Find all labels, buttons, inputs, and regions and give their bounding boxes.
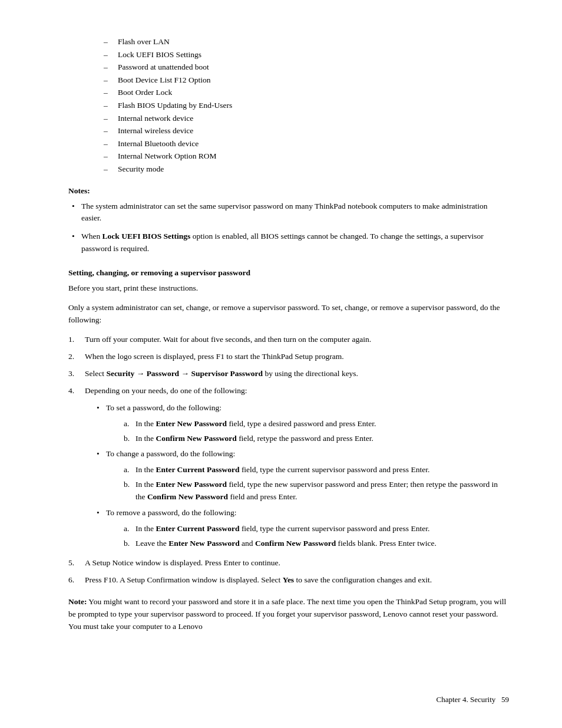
set-a-text: In the Enter New Password field, type a … — [135, 419, 376, 428]
set-password-text: To set a password, do the following: — [106, 403, 222, 412]
intro-para: Only a system administrator can set, cha… — [68, 302, 509, 327]
section-heading: Setting, changing, or removing a supervi… — [68, 268, 509, 278]
step-3: 3. Select Security → Password → Supervis… — [68, 368, 509, 380]
remove-a-item: a. In the Enter Current Password field, … — [124, 523, 509, 535]
step-4-sub-bullets: To set a password, do the following: a. … — [94, 402, 509, 550]
step-2: 2. When the logo screen is displayed, pr… — [68, 351, 509, 363]
bold-security: Security — [106, 369, 134, 378]
remove-b-alpha: b. — [124, 538, 130, 550]
step-6-num: 6. — [68, 574, 74, 587]
remove-password-item: To remove a password, do the following: … — [94, 507, 509, 550]
list-item: Boot Order Lock — [104, 86, 509, 99]
steps-5-6-list: 5. A Setup Notice window is displayed. P… — [68, 557, 509, 587]
bold-yes: Yes — [283, 575, 295, 584]
step-5-num: 5. — [68, 557, 74, 569]
list-item: Boot Device List F12 Option — [104, 74, 509, 87]
step-6: 6. Press F10. A Setup Confirmation windo… — [68, 574, 509, 587]
step-6-text: Press F10. A Setup Confirmation window i… — [85, 575, 432, 584]
set-b-item: b. In the Confirm New Password field, re… — [124, 433, 509, 445]
remove-a-text: In the Enter Current Password field, typ… — [135, 524, 429, 533]
bold-enter-new-pwd-3: Enter New Password — [168, 539, 240, 548]
change-a-alpha: a. — [124, 464, 129, 476]
list-item: Lock UEFI BIOS Settings — [104, 48, 509, 61]
step-1-text: Turn off your computer. Wait for about f… — [85, 335, 371, 344]
bold-confirm-new-pwd-2: Confirm New Password — [147, 492, 228, 501]
note-text: You might want to record your password a… — [68, 597, 506, 631]
notes-heading: Notes: — [68, 186, 509, 196]
arrow-1: → — [137, 369, 145, 378]
note-item-2: When Lock UEFI BIOS Settings option is e… — [68, 230, 509, 255]
step-1: 1. Turn off your computer. Wait for abou… — [68, 334, 509, 346]
set-a-item: a. In the Enter New Password field, type… — [124, 418, 509, 430]
arrow-2: → — [181, 369, 190, 378]
step-4-num: 4. — [68, 385, 74, 397]
change-b-alpha: b. — [124, 479, 130, 491]
change-b-item: b. In the Enter New Password field, type… — [124, 479, 509, 503]
list-item: Internal network device — [104, 112, 509, 125]
note-item-1: The system administrator can set the sam… — [68, 200, 509, 225]
step-3-num: 3. — [68, 368, 74, 380]
set-password-item: To set a password, do the following: a. … — [94, 402, 509, 445]
list-item: Security mode — [104, 163, 509, 176]
change-password-text: To change a password, do the following: — [106, 449, 235, 458]
bold-lock-uefi: Lock UEFI BIOS Settings — [103, 232, 191, 241]
list-item: Internal Bluetooth device — [104, 137, 509, 150]
bold-enter-new-pwd: Enter New Password — [156, 419, 227, 428]
remove-password-text: To remove a password, do the following: — [106, 508, 236, 517]
bold-enter-current-pwd-2: Enter Current Password — [156, 524, 240, 533]
remove-password-sub: a. In the Enter Current Password field, … — [124, 523, 509, 550]
note-2-text: When Lock UEFI BIOS Settings option is e… — [81, 232, 484, 253]
step-4: 4. Depending on your needs, do one of th… — [68, 385, 509, 550]
chapter-label: Chapter 4. Security — [437, 695, 496, 704]
before-start-para: Before you start, print these instructio… — [68, 282, 509, 295]
remove-b-text: Leave the Enter New Password and Confirm… — [135, 539, 437, 548]
change-password-sub: a. In the Enter Current Password field, … — [124, 464, 509, 503]
bold-confirm-new-pwd-3: Confirm New Password — [255, 539, 336, 548]
set-b-alpha: b. — [124, 433, 130, 445]
list-item: Internal wireless device — [104, 124, 509, 137]
change-password-item: To change a password, do the following: … — [94, 448, 509, 503]
steps-list: 1. Turn off your computer. Wait for abou… — [68, 334, 509, 550]
bold-enter-current-pwd-1: Enter Current Password — [156, 465, 240, 474]
step-1-num: 1. — [68, 334, 74, 346]
list-item: Flash over LAN — [104, 35, 509, 48]
remove-b-item: b. Leave the Enter New Password and Conf… — [124, 538, 509, 550]
bold-enter-new-pwd-2: Enter New Password — [156, 480, 227, 489]
bold-confirm-new-pwd: Confirm New Password — [156, 434, 237, 443]
list-item: Password at unattended boot — [104, 61, 509, 74]
step-5-text: A Setup Notice window is displayed. Pres… — [85, 558, 280, 567]
note-1-text: The system administrator can set the sam… — [81, 202, 488, 223]
step-3-text: Select Security → Password → Supervisor … — [85, 369, 358, 378]
step-2-num: 2. — [68, 351, 74, 363]
notes-list: The system administrator can set the sam… — [68, 200, 509, 256]
page-footer: Chapter 4. Security 59 — [437, 695, 509, 704]
remove-a-alpha: a. — [124, 523, 129, 535]
page-content: Flash over LAN Lock UEFI BIOS Settings P… — [0, 0, 562, 686]
set-a-alpha: a. — [124, 418, 129, 430]
bold-password: Password — [147, 369, 180, 378]
step-4-text: Depending on your needs, do one of the f… — [85, 386, 247, 395]
set-password-sub: a. In the Enter New Password field, type… — [124, 418, 509, 445]
list-item: Internal Network Option ROM — [104, 150, 509, 163]
note-bold: Note: — [68, 597, 87, 606]
change-b-text: In the Enter New Password field, type th… — [135, 480, 498, 501]
step-5: 5. A Setup Notice window is displayed. P… — [68, 557, 509, 569]
set-b-text: In the Confirm New Password field, retyp… — [135, 434, 373, 443]
page-number: 59 — [501, 695, 509, 704]
change-a-item: a. In the Enter Current Password field, … — [124, 464, 509, 476]
intro-bullet-list: Flash over LAN Lock UEFI BIOS Settings P… — [104, 35, 509, 176]
bold-supervisor-password: Supervisor Password — [191, 369, 263, 378]
list-item: Flash BIOS Updating by End-Users — [104, 99, 509, 112]
change-a-text: In the Enter Current Password field, typ… — [135, 465, 429, 474]
step-2-text: When the logo screen is displayed, press… — [85, 352, 344, 361]
note-para: Note: You might want to record your pass… — [68, 596, 509, 633]
